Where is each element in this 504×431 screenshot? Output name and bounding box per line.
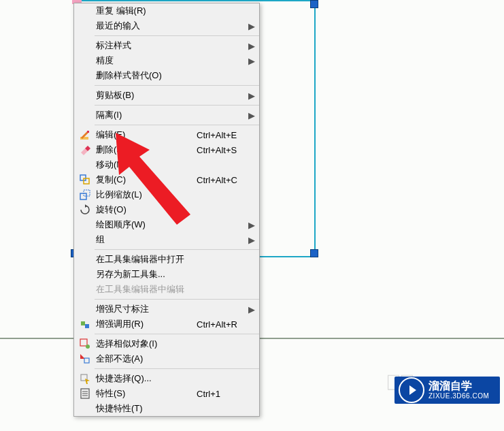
quick-select-icon: [77, 373, 93, 384]
play-icon: [399, 377, 424, 403]
context-menu: 重复 编辑(R) 最近的输入▶ 标注样式▶ 精度▶ 删除样式替代(O) 剪贴板(…: [73, 3, 260, 417]
label: 标注样式: [93, 39, 197, 52]
menu-quick-select[interactable]: 快捷选择(Q)...: [74, 371, 259, 386]
rotate-icon: [77, 204, 93, 215]
brand-sub: ZIXUE.3D66.COM: [429, 393, 489, 400]
menu-draw-order[interactable]: 绘图顺序(W)▶: [74, 217, 259, 232]
menu-recent-input[interactable]: 最近的输入▶: [74, 18, 259, 33]
scale-icon: [77, 189, 93, 200]
svg-rect-6: [81, 321, 85, 325]
deselect-icon: [77, 353, 93, 364]
svg-rect-1: [87, 131, 89, 133]
separator: [95, 368, 259, 369]
select-similar-icon: [77, 338, 93, 349]
menu-clipboard[interactable]: 剪贴板(B)▶: [74, 88, 259, 103]
menu-save-as-palette[interactable]: 另存为新工具集...: [74, 267, 259, 282]
canvas: ⎕⎕ 重复 编辑(R) 最近的输入▶ 标注样式▶ 精度▶ 删除样式替代(O) 剪…: [0, 0, 504, 431]
menu-enhance-dim[interactable]: 增强尺寸标注▶: [74, 302, 259, 317]
menu-properties[interactable]: 特性(S) Ctrl+1: [74, 386, 259, 401]
menu-precision[interactable]: 精度▶: [74, 53, 259, 68]
chevron-right-icon: ▶: [246, 41, 255, 51]
label: 增强调用(R): [93, 318, 197, 330]
separator: [95, 249, 259, 250]
svg-rect-3: [84, 178, 89, 184]
label: 删除(S): [93, 144, 197, 156]
enhance-icon: [77, 319, 93, 330]
label: 在工具集编辑器中打开: [93, 253, 197, 266]
menu-deselect-all[interactable]: 全部不选(A): [74, 351, 259, 366]
menu-scale[interactable]: 比例缩放(L): [74, 187, 259, 202]
label: 隔离(I): [93, 109, 197, 121]
menu-del-style-override[interactable]: 删除样式替代(O): [74, 68, 259, 83]
copy-icon: [77, 174, 93, 185]
svg-rect-8: [80, 339, 87, 346]
label: 删除样式替代(O): [93, 69, 197, 82]
label: 特性(S): [93, 387, 197, 400]
label: 精度: [93, 54, 197, 67]
label: 比例缩放(L): [93, 189, 197, 201]
svg-rect-10: [84, 358, 89, 363]
shortcut: Ctrl+Alt+E: [197, 130, 246, 140]
separator: [95, 85, 259, 86]
separator: [95, 334, 259, 334]
separator: [95, 299, 259, 300]
label: 组: [93, 234, 197, 246]
shortcut: Ctrl+1: [197, 389, 246, 399]
chevron-right-icon: ▶: [246, 304, 255, 315]
grip-bottom-right[interactable]: [310, 249, 318, 257]
menu-group[interactable]: 组▶: [74, 232, 259, 247]
menu-rotate[interactable]: 旋转(O): [74, 202, 259, 217]
menu-repeat-edit[interactable]: 重复 编辑(R): [74, 3, 259, 18]
label: 增强尺寸标注: [93, 303, 197, 315]
menu-delete[interactable]: 删除(S) Ctrl+Alt+S: [74, 142, 259, 157]
menu-select-similar[interactable]: 选择相似对象(I): [74, 336, 259, 351]
erase-icon: [77, 144, 93, 155]
label: 最近的输入: [93, 20, 197, 32]
label: 在工具集编辑器中编辑: [93, 283, 197, 296]
separator: [95, 125, 259, 125]
chevron-right-icon: ▶: [246, 56, 255, 66]
shortcut: Ctrl+Alt+C: [197, 175, 246, 185]
menu-edit-in-palette-editor: 在工具集编辑器中编辑: [74, 282, 259, 297]
menu-edit[interactable]: 编辑(E) Ctrl+Alt+E: [74, 127, 259, 142]
label: 旋转(O): [93, 204, 197, 216]
label: 全部不选(A): [93, 353, 197, 365]
label: 剪贴板(B): [93, 89, 197, 101]
menu-dim-style[interactable]: 标注样式▶: [74, 38, 259, 53]
label: 快捷选择(Q)...: [93, 372, 197, 385]
label: 绘图顺序(W): [93, 219, 197, 231]
menu-copy[interactable]: 复制(C) Ctrl+Alt+C: [74, 172, 259, 187]
chevron-right-icon: ▶: [246, 235, 255, 245]
menu-move[interactable]: 移动(M): [74, 157, 259, 172]
separator: [95, 105, 259, 106]
label: 快捷特性(T): [93, 402, 197, 415]
chevron-right-icon: ▶: [246, 220, 255, 230]
brand-watermark: 溜溜自学 ZIXUE.3D66.COM: [394, 377, 500, 404]
menu-enhance-call[interactable]: 增强调用(R) Ctrl+Alt+R: [74, 317, 259, 332]
chevron-right-icon: ▶: [246, 110, 255, 121]
menu-open-palette-editor[interactable]: 在工具集编辑器中打开: [74, 252, 259, 267]
shortcut: Ctrl+Alt+S: [197, 145, 246, 155]
label: 复制(C): [93, 174, 197, 186]
svg-rect-7: [85, 324, 89, 328]
brand-name: 溜溜自学: [429, 381, 489, 392]
grip-top-right[interactable]: [310, 0, 318, 8]
properties-icon: [77, 388, 93, 399]
label: 选择相似对象(I): [93, 338, 197, 350]
shortcut: Ctrl+Alt+R: [197, 319, 246, 330]
chevron-right-icon: ▶: [246, 21, 255, 31]
label: 另存为新工具集...: [93, 268, 197, 281]
label: 编辑(E): [93, 129, 197, 141]
svg-point-9: [86, 345, 90, 349]
menu-isolate[interactable]: 隔离(I)▶: [74, 108, 259, 123]
label: 移动(M): [93, 159, 197, 171]
chevron-right-icon: ▶: [246, 91, 255, 101]
menu-quick-properties[interactable]: 快捷特性(T): [74, 401, 259, 416]
edit-icon: [77, 129, 93, 140]
separator: [95, 35, 259, 36]
label: 重复 编辑(R): [93, 5, 197, 17]
svg-rect-2: [80, 175, 86, 180]
